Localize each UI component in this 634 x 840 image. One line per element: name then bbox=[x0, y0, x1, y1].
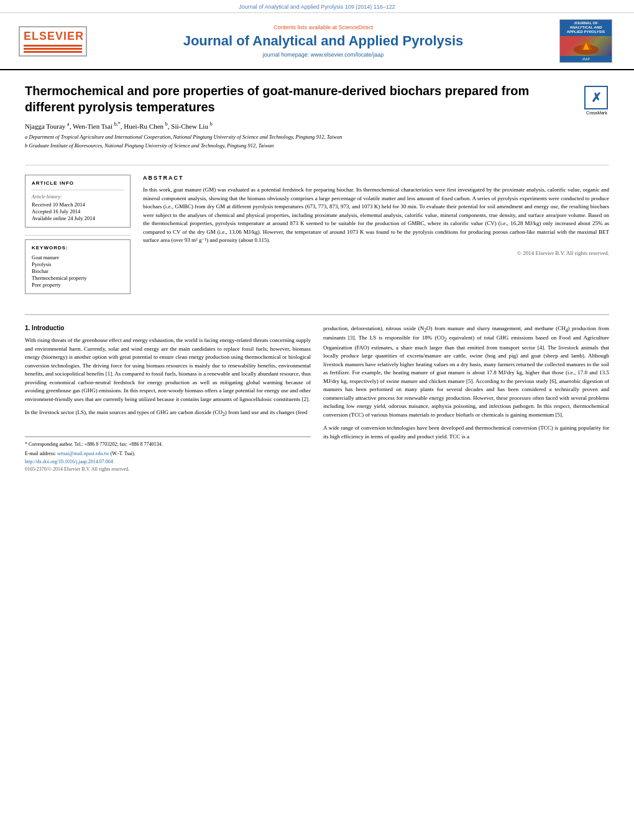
elsevier-lines-decoration bbox=[24, 45, 82, 53]
footnote-text: * Corresponding author. Tel.: +886 8 770… bbox=[25, 441, 311, 448]
section1-right-para1: production, deforestation), nitrous oxid… bbox=[323, 325, 609, 419]
article-info-box: ARTICLE INFO Article history: Received 1… bbox=[25, 175, 131, 228]
logo-bottom-text: JAAP bbox=[560, 56, 612, 62]
section1-title: 1. Introductio bbox=[25, 325, 311, 331]
authors-text: Njagga Touray a, Wen-Tien Tsai b,*, Huei… bbox=[25, 122, 213, 130]
homepage-url[interactable]: www.elsevier.com/locate/jaap bbox=[311, 52, 384, 58]
sciencedirect-link: Contents lists available at ScienceDirec… bbox=[99, 24, 547, 30]
logo-flame-icon bbox=[571, 37, 602, 55]
section1-right-para2: A wide range of conversion technologies … bbox=[323, 424, 609, 441]
body-left-col: 1. Introductio With rising threats of th… bbox=[25, 325, 311, 471]
journal-homepage: journal homepage: www.elsevier.com/locat… bbox=[99, 52, 547, 58]
email-label: E-mail address: bbox=[25, 451, 57, 456]
crossmark-label: CrossMark bbox=[584, 111, 609, 115]
footnote-area: * Corresponding author. Tel.: +886 8 770… bbox=[25, 436, 311, 471]
article-info-abstract-section: ARTICLE INFO Article history: Received 1… bbox=[25, 165, 609, 302]
accepted-date: Accepted 16 July 2014 bbox=[32, 208, 124, 215]
keywords-title: Keywords: bbox=[32, 245, 124, 251]
divider-2 bbox=[25, 235, 131, 236]
authors-line: Njagga Touray a, Wen-Tien Tsai b,*, Huei… bbox=[25, 121, 575, 130]
keyword-2: Pyrolysis bbox=[32, 261, 124, 267]
elsevier-line-1 bbox=[24, 45, 82, 47]
footer-copyright: 0165-2370/© 2014 Elsevier B.V. All right… bbox=[25, 466, 311, 472]
keyword-1: Goat manure bbox=[32, 254, 124, 261]
section1-para2: In the livestock sector (LS), the main s… bbox=[25, 408, 311, 418]
journal-center: Contents lists available at ScienceDirec… bbox=[87, 24, 559, 58]
keyword-3: Biochar bbox=[32, 268, 124, 274]
contents-available-text: Contents lists available at bbox=[273, 24, 339, 30]
journal-header: ELSEVIER Contents lists available at Sci… bbox=[0, 13, 634, 70]
elsevier-logo: ELSEVIER bbox=[19, 26, 87, 57]
logo-image bbox=[560, 36, 612, 56]
elsevier-line-3 bbox=[24, 51, 82, 53]
body-content: 1. Introductio With rising threats of th… bbox=[25, 314, 609, 471]
email-line: E-mail address: wttsai@mail.npust.edu.tw… bbox=[25, 450, 311, 457]
article-title: Thermochemical and pore properties of go… bbox=[25, 83, 575, 115]
title-section: Thermochemical and pore properties of go… bbox=[25, 83, 609, 159]
article-info-title: ARTICLE INFO bbox=[32, 180, 124, 186]
elsevier-box: ELSEVIER bbox=[19, 26, 87, 57]
homepage-label: journal homepage: bbox=[263, 52, 311, 58]
citation-bar: Journal of Analytical and Applied Pyroly… bbox=[0, 0, 634, 13]
journal-title-header: Journal of Analytical and Applied Pyroly… bbox=[99, 33, 547, 49]
email-link[interactable]: wttsai@mail.npust.edu.tw bbox=[57, 451, 109, 456]
affiliation-a: a Department of Tropical Agriculture and… bbox=[25, 134, 575, 141]
affiliation-b: b Graduate Institute of Bioresources, Na… bbox=[25, 142, 575, 150]
divider bbox=[32, 190, 124, 190]
keyword-4: Thermochemical property bbox=[32, 275, 124, 281]
title-authors-block: Thermochemical and pore properties of go… bbox=[25, 83, 575, 159]
citation-text: Journal of Analytical and Applied Pyroly… bbox=[239, 4, 395, 10]
keyword-5: Pore property bbox=[32, 282, 124, 288]
history-label: Article history: bbox=[32, 194, 124, 200]
received-date: Received 10 March 2014 bbox=[32, 201, 124, 208]
crossmark-box: ✗ bbox=[584, 86, 608, 109]
article-content: Thermochemical and pore properties of go… bbox=[0, 70, 634, 484]
crossmark-icon: ✗ bbox=[591, 90, 602, 105]
sciencedirect-text[interactable]: ScienceDirect bbox=[339, 24, 374, 30]
crossmark-logo: ✗ CrossMark bbox=[584, 86, 609, 115]
body-right-col: production, deforestation), nitrous oxid… bbox=[323, 325, 609, 471]
elsevier-line-2 bbox=[24, 48, 82, 50]
abstract-copyright: © 2014 Elsevier B.V. All rights reserved… bbox=[143, 250, 609, 256]
footnote-divider bbox=[25, 436, 311, 437]
abstract-section: ABSTRACT In this work, goat manure (GM) … bbox=[143, 175, 609, 302]
journal-logo-right: JOURNAL OF ANALYTICAL AND APPLIED PYROLY… bbox=[559, 19, 615, 63]
abstract-title: ABSTRACT bbox=[143, 175, 609, 181]
journal-logo-box: JOURNAL OF ANALYTICAL AND APPLIED PYROLY… bbox=[559, 19, 612, 63]
elsevier-wordmark: ELSEVIER bbox=[24, 30, 82, 43]
email-suffix: (W.-T. Tsai). bbox=[109, 451, 136, 456]
left-column: ARTICLE INFO Article history: Received 1… bbox=[25, 175, 131, 302]
logo-top-text: JOURNAL OF ANALYTICAL AND APPLIED PYROLY… bbox=[560, 20, 612, 36]
page: Journal of Analytical and Applied Pyroly… bbox=[0, 0, 634, 840]
affiliations: a Department of Tropical Agriculture and… bbox=[25, 134, 575, 150]
abstract-text: In this work, goat manure (GM) was evalu… bbox=[143, 186, 609, 245]
doi-link[interactable]: http://dx.doi.org/10.1016/j.jaap.2014.07… bbox=[25, 459, 311, 464]
section1-para1: With rising threats of the greenhouse ef… bbox=[25, 336, 311, 404]
keywords-box: Keywords: Goat manure Pyrolysis Biochar … bbox=[25, 239, 131, 294]
available-date: Available online 24 July 2014 bbox=[32, 215, 124, 221]
